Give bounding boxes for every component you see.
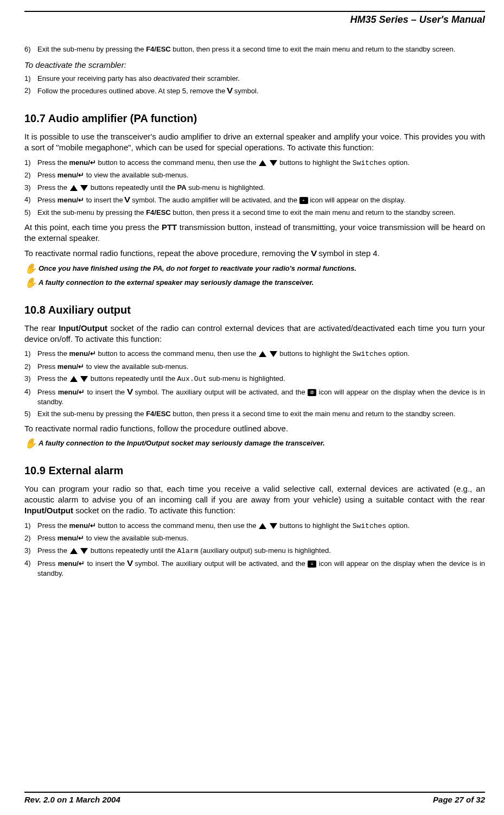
step-number: 1) — [24, 349, 37, 359]
up-arrow-icon — [259, 523, 266, 529]
step-number: 4) — [24, 195, 37, 205]
step-number: 4) — [24, 558, 37, 578]
step-item: 1) Press the menu/↵ button to access the… — [24, 158, 485, 168]
step-item: 1) Ensure your receiving party has also … — [24, 74, 485, 84]
step-number: 2) — [24, 533, 37, 543]
page-header: HM35 Series – User's Manual — [24, 14, 485, 26]
up-arrow-icon — [70, 376, 78, 382]
hand-icon: ✋ — [24, 438, 39, 448]
down-arrow-icon — [80, 548, 88, 554]
up-arrow-icon — [70, 185, 78, 191]
section-heading-107: 10.7 Audio amplifier (PA function) — [24, 111, 485, 126]
step-item: 2) Follow the procedures outlined above.… — [24, 86, 485, 96]
up-arrow-icon — [259, 160, 266, 166]
step-number: 6) — [24, 44, 37, 54]
step-item: 2) Press menu/↵ to view the available su… — [24, 533, 485, 543]
step-number: 2) — [24, 170, 37, 180]
step-item: 3) Press the buttons repeatedly until th… — [24, 183, 485, 193]
hand-icon: ✋ — [24, 278, 39, 288]
step-text: Exit the sub-menu by pressing the F4/ESC… — [37, 409, 485, 419]
step-item: 3) Press the buttons repeatedly until th… — [24, 546, 485, 556]
section-heading-109: 10.9 External alarm — [24, 463, 485, 478]
check-icon: V — [127, 387, 133, 397]
step-text: Press the buttons repeatedly until the A… — [37, 374, 485, 384]
step-item: 5) Exit the sub-menu by pressing the F4/… — [24, 409, 485, 419]
step-item: 4) Press menu/↵ to insert the V symbol. … — [24, 195, 485, 205]
section-intro: The rear Input/Output socket of the radi… — [24, 323, 485, 345]
check-icon: V — [227, 86, 233, 96]
hand-icon: ✋ — [24, 264, 39, 273]
step-item: 4) Press menu/↵ to insert the V symbol. … — [24, 558, 485, 578]
step-item: 4) Press menu/↵ to insert the V symbol. … — [24, 387, 485, 406]
step-item: 5) Exit the sub-menu by pressing the F4/… — [24, 208, 485, 218]
step-text: Press the buttons repeatedly until the A… — [37, 546, 485, 556]
check-icon: V — [124, 195, 130, 205]
step-number: 1) — [24, 158, 37, 168]
step-text: Press menu/↵ to view the available sub-m… — [37, 533, 485, 543]
deactivate-heading: To deactivate the scrambler: — [24, 60, 485, 71]
body-text: At this point, each time you press the P… — [24, 222, 485, 244]
step-text: Press the menu/↵ button to access the co… — [37, 521, 485, 531]
check-icon: V — [127, 558, 133, 569]
step-number: 1) — [24, 74, 37, 84]
section-intro: It is possible to use the transceiver's … — [24, 131, 485, 154]
down-arrow-icon — [80, 185, 88, 191]
step-number: 3) — [24, 183, 37, 193]
step-number: 5) — [24, 409, 37, 419]
step-text: Press the menu/↵ button to access the co… — [37, 158, 485, 168]
section-heading-108: 10.8 Auxiliary output — [24, 303, 485, 317]
up-arrow-icon — [259, 351, 266, 357]
step-text: Press menu/↵ to insert the V symbol. The… — [37, 558, 485, 578]
down-arrow-icon — [80, 376, 88, 382]
check-icon: V — [311, 249, 317, 259]
step-number: 2) — [24, 86, 37, 96]
step-text: Follow the procedures outlined above. At… — [37, 86, 485, 96]
note-text: Once you have finished using the PA, do … — [39, 264, 356, 273]
body-text: To reactivate normal radio functions, re… — [24, 248, 485, 259]
note-item: ✋ Once you have finished using the PA, d… — [24, 264, 485, 273]
note-item: ✋ A faulty connection to the external sp… — [24, 278, 485, 288]
step-number: 3) — [24, 546, 37, 556]
footer-revision: Rev. 2.0 on 1 March 2004 — [24, 795, 120, 804]
down-arrow-icon — [270, 351, 277, 357]
step-text: Exit the sub-menu by pressing the F4/ESC… — [37, 208, 485, 218]
aux-display-icon: ⦿ — [308, 389, 316, 396]
note-item: ✋ A faulty connection to the Input/Outpu… — [24, 438, 485, 448]
note-text: A faulty connection to the Input/Output … — [39, 438, 325, 448]
step-item: 2) Press menu/↵ to view the available su… — [24, 362, 485, 372]
step-text: Press menu/↵ to insert the V symbol. The… — [37, 195, 485, 205]
up-arrow-icon — [70, 548, 78, 554]
step-text: Press menu/↵ to insert the V symbol. The… — [37, 387, 485, 406]
footer-page-number: Page 27 of 32 — [433, 795, 485, 804]
alarm-display-icon: ≡ — [308, 561, 316, 568]
step-text: Press menu/↵ to view the available sub-m… — [37, 362, 485, 372]
step-text: Press the menu/↵ button to access the co… — [37, 349, 485, 359]
step-text: Press menu/↵ to view the available sub-m… — [37, 170, 485, 180]
section-intro: You can program your radio so that, each… — [24, 483, 485, 517]
step-text: Press the buttons repeatedly until the P… — [37, 183, 485, 193]
step-number: 3) — [24, 374, 37, 384]
step-item: 6) Exit the sub-menu by pressing the F4/… — [24, 44, 485, 54]
step-text: Ensure your receiving party has also dea… — [37, 74, 485, 84]
step-number: 2) — [24, 362, 37, 372]
step-item: 1) Press the menu/↵ button to access the… — [24, 349, 485, 359]
pa-display-icon: + — [299, 197, 308, 204]
step-number: 5) — [24, 208, 37, 218]
step-item: 2) Press menu/↵ to view the available su… — [24, 170, 485, 180]
step-number: 1) — [24, 521, 37, 531]
step-item: 1) Press the menu/↵ button to access the… — [24, 521, 485, 531]
note-text: A faulty connection to the external spea… — [39, 278, 314, 288]
down-arrow-icon — [270, 160, 277, 166]
body-text: To reactivate normal radio functions, fo… — [24, 423, 485, 434]
step-text: Exit the sub-menu by pressing the F4/ESC… — [37, 44, 485, 54]
step-number: 4) — [24, 387, 37, 406]
step-item: 3) Press the buttons repeatedly until th… — [24, 374, 485, 384]
down-arrow-icon — [270, 523, 277, 529]
page-footer: Rev. 2.0 on 1 March 2004 Page 27 of 32 — [24, 792, 485, 804]
